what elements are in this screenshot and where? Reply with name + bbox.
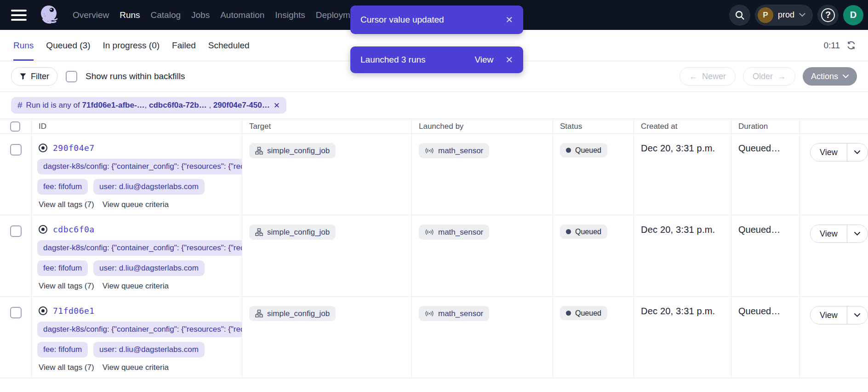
id-cell: 71fd06e1 dagster-k8s/config: {"container… <box>32 297 242 378</box>
view-run-button[interactable]: View <box>811 306 847 324</box>
status-cell: Queued <box>553 297 634 378</box>
created-at-cell: Dec 20, 3:31 p.m. <box>634 134 731 215</box>
refresh-area: 0:11 <box>823 40 856 51</box>
tab-failed[interactable]: Failed <box>172 30 196 61</box>
fee-tag[interactable]: fee: fifofum <box>37 342 88 357</box>
user-tag[interactable]: user: d.liu@dagsterlabs.com <box>93 260 205 276</box>
job-pill[interactable]: simple_config_job <box>249 225 336 240</box>
launched-by-cell: math_sensor <box>412 134 553 215</box>
nav-item-insights[interactable]: Insights <box>275 10 305 20</box>
target-cell: simple_config_job <box>242 215 412 296</box>
created-at-value: Dec 20, 3:31 p.m. <box>641 143 715 153</box>
close-icon[interactable]: ✕ <box>505 15 513 24</box>
run-status-icon <box>39 306 47 315</box>
sensor-pill[interactable]: math_sensor <box>419 225 489 240</box>
row-actions-cell: View <box>800 297 868 378</box>
close-icon[interactable]: ✕ <box>505 55 513 64</box>
nav-item-overview[interactable]: Overview <box>73 10 109 20</box>
status-label: Queued <box>575 146 601 155</box>
tab-queued[interactable]: Queued (3) <box>46 30 90 61</box>
primary-nav: Overview Runs Catalog Jobs Automation In… <box>73 10 362 20</box>
duration-cell: Queued… <box>731 215 800 296</box>
view-queue-criteria-link[interactable]: View queue criteria <box>103 200 169 209</box>
duration-value: Queued… <box>738 143 780 153</box>
nav-item-runs[interactable]: Runs <box>120 10 140 20</box>
id-cell: 290f04e7 dagster-k8s/config: {"container… <box>32 134 242 215</box>
fee-tag[interactable]: fee: fifofum <box>37 179 88 195</box>
newer-button[interactable]: ← Newer <box>680 67 736 86</box>
row-checkbox[interactable] <box>10 307 22 318</box>
show-backfills-label: Show runs within backfills <box>86 71 185 81</box>
view-queue-criteria-link[interactable]: View queue criteria <box>103 282 169 291</box>
older-button[interactable]: Older → <box>743 67 795 86</box>
toast-launched-runs: Launched 3 runs View ✕ <box>350 46 523 73</box>
filter-button[interactable]: Filter <box>11 67 57 86</box>
select-all-checkbox[interactable] <box>10 121 20 132</box>
job-name: simple_config_job <box>267 309 330 318</box>
nav-item-automation[interactable]: Automation <box>220 10 264 20</box>
column-header-target: Target <box>242 119 412 133</box>
sensor-icon <box>425 147 434 154</box>
runid-filter-tag[interactable]: # Run id is any of 71fd06e1-afbe-…, cdbc… <box>11 97 286 114</box>
job-icon <box>255 147 263 155</box>
runs-table: ID Target Launched by Status Created at … <box>0 119 868 378</box>
run-id-link[interactable]: 71fd06e1 <box>53 306 95 316</box>
tab-runs[interactable]: Runs <box>13 30 34 61</box>
user-tag[interactable]: user: d.liu@dagsterlabs.com <box>93 342 205 357</box>
navbar-left: Overview Runs Catalog Jobs Automation In… <box>11 4 362 27</box>
hamburger-menu-icon[interactable] <box>11 8 29 22</box>
tab-in-progress[interactable]: In progress (0) <box>103 30 160 61</box>
refresh-icon[interactable] <box>846 40 856 50</box>
k8s-config-tag[interactable]: dagster-k8s/config: {"container_config":… <box>37 159 242 174</box>
view-all-tags-link[interactable]: View all tags (7) <box>39 282 94 291</box>
job-pill[interactable]: simple_config_job <box>249 306 336 321</box>
chevron-down-icon <box>843 75 849 78</box>
row-actions-cell: View <box>800 215 868 296</box>
workspace-switcher[interactable]: P prod <box>755 5 813 26</box>
job-pill[interactable]: simple_config_job <box>249 143 336 158</box>
toast-message: Cursor value updated <box>360 15 505 25</box>
view-run-button[interactable]: View <box>811 144 847 161</box>
target-cell: simple_config_job <box>242 297 412 378</box>
search-button[interactable] <box>729 5 750 26</box>
sensor-icon <box>425 310 434 317</box>
filter-bar-right: ← Newer Older → Actions <box>680 67 857 86</box>
table-row: 290f04e7 dagster-k8s/config: {"container… <box>0 134 868 215</box>
view-run-menu-button[interactable] <box>847 225 868 242</box>
toast-view-button[interactable]: View <box>474 55 493 65</box>
k8s-config-tag[interactable]: dagster-k8s/config: {"container_config":… <box>37 240 242 256</box>
user-tag[interactable]: user: d.liu@dagsterlabs.com <box>93 179 205 195</box>
tab-scheduled[interactable]: Scheduled <box>208 30 250 61</box>
job-name: simple_config_job <box>267 228 330 237</box>
sensor-name: math_sensor <box>438 146 483 156</box>
id-cell: cdbc6f0a dagster-k8s/config: {"container… <box>32 215 242 296</box>
nav-item-jobs[interactable]: Jobs <box>191 10 210 20</box>
view-all-tags-link[interactable]: View all tags (7) <box>39 363 94 372</box>
launched-by-cell: math_sensor <box>412 297 553 378</box>
sensor-pill[interactable]: math_sensor <box>419 143 489 158</box>
help-button[interactable]: ? <box>817 5 839 26</box>
run-status-icon <box>39 225 47 234</box>
sensor-pill[interactable]: math_sensor <box>419 306 489 321</box>
show-backfills-checkbox[interactable] <box>66 71 77 82</box>
refresh-countdown: 0:11 <box>823 40 840 51</box>
view-queue-criteria-link[interactable]: View queue criteria <box>103 363 169 372</box>
k8s-config-tag[interactable]: dagster-k8s/config: {"container_config":… <box>37 322 242 337</box>
view-run-button[interactable]: View <box>811 225 847 242</box>
status-dot-icon <box>566 311 571 316</box>
view-all-tags-link[interactable]: View all tags (7) <box>39 200 94 209</box>
view-run-menu-button[interactable] <box>847 144 868 161</box>
run-id-link[interactable]: 290f04e7 <box>53 143 95 153</box>
row-checkbox[interactable] <box>10 144 22 156</box>
run-id-link[interactable]: cdbc6f0a <box>53 225 95 234</box>
sensor-icon <box>425 229 434 236</box>
user-avatar[interactable]: D <box>843 5 863 25</box>
fee-tag[interactable]: fee: fifofum <box>37 260 88 276</box>
row-checkbox[interactable] <box>10 225 22 237</box>
column-header-duration: Duration <box>731 119 800 133</box>
toast-cursor-updated: Cursor value updated ✕ <box>350 6 523 34</box>
actions-button[interactable]: Actions <box>803 67 857 86</box>
remove-filter-icon[interactable]: ✕ <box>274 101 280 110</box>
view-run-menu-button[interactable] <box>847 306 868 324</box>
nav-item-catalog[interactable]: Catalog <box>151 10 181 20</box>
